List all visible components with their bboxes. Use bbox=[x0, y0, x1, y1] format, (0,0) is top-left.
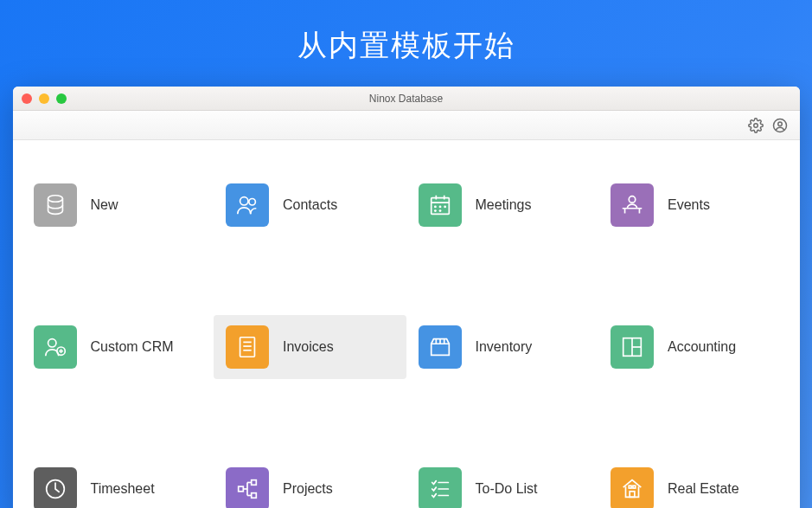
template-tile-events[interactable]: Events bbox=[598, 173, 791, 237]
svg-rect-20 bbox=[240, 338, 255, 357]
svg-rect-39 bbox=[633, 485, 636, 488]
template-label: Timesheet bbox=[91, 481, 155, 497]
user-icon[interactable] bbox=[772, 118, 788, 133]
layout-icon bbox=[611, 325, 654, 369]
titlebar: Ninox Database bbox=[13, 87, 800, 111]
template-label: Accounting bbox=[668, 339, 736, 355]
template-label: To-Do List bbox=[476, 481, 538, 497]
checklist-icon bbox=[419, 467, 462, 508]
template-label: New bbox=[91, 197, 118, 213]
svg-rect-31 bbox=[239, 486, 244, 492]
template-tile-invoices[interactable]: Invoices bbox=[214, 315, 406, 379]
svg-point-15 bbox=[629, 196, 636, 203]
template-tile-custom-crm[interactable]: Custom CRM bbox=[22, 315, 214, 379]
page-title: 从内置模板开始 bbox=[0, 0, 812, 87]
template-tile-timesheet[interactable]: Timesheet bbox=[22, 457, 214, 508]
svg-point-2 bbox=[777, 121, 782, 125]
people-plus-icon bbox=[34, 325, 77, 369]
svg-rect-38 bbox=[629, 485, 631, 488]
svg-rect-33 bbox=[252, 493, 257, 498]
minimize-window-button[interactable] bbox=[39, 93, 49, 104]
svg-point-5 bbox=[249, 199, 256, 206]
template-label: Invoices bbox=[283, 339, 334, 355]
sitemap-icon bbox=[226, 467, 269, 508]
close-window-button[interactable] bbox=[22, 93, 32, 104]
people-icon bbox=[226, 183, 269, 227]
template-tile-real-estate[interactable]: Real Estate bbox=[598, 457, 791, 508]
template-label: Meetings bbox=[476, 197, 532, 213]
template-tile-projects[interactable]: Projects bbox=[214, 457, 406, 508]
svg-point-16 bbox=[48, 339, 55, 347]
database-icon bbox=[34, 183, 77, 227]
template-grid: NewContactsMeetingsEventsCustom CRMInvoi… bbox=[22, 173, 791, 508]
document-icon bbox=[226, 325, 269, 369]
template-label: Real Estate bbox=[668, 481, 739, 497]
zoom-window-button[interactable] bbox=[56, 93, 67, 104]
house-icon bbox=[611, 467, 654, 508]
template-tile-todo-list[interactable]: To-Do List bbox=[406, 457, 599, 508]
template-grid-container: NewContactsMeetingsEventsCustom CRMInvoi… bbox=[13, 140, 800, 508]
template-tile-inventory[interactable]: Inventory bbox=[406, 315, 599, 379]
toolbar bbox=[13, 111, 800, 140]
svg-point-0 bbox=[753, 123, 758, 127]
box-icon bbox=[419, 325, 462, 369]
app-window: Ninox Database NewContactsMeetingsEvents… bbox=[13, 87, 800, 508]
svg-rect-37 bbox=[630, 492, 635, 498]
template-label: Inventory bbox=[476, 339, 533, 355]
clock-icon bbox=[34, 467, 77, 508]
template-tile-new[interactable]: New bbox=[22, 173, 214, 237]
template-tile-contacts[interactable]: Contacts bbox=[214, 173, 406, 237]
svg-point-4 bbox=[240, 197, 248, 205]
template-tile-accounting[interactable]: Accounting bbox=[598, 315, 791, 379]
window-title: Ninox Database bbox=[13, 93, 800, 105]
calendar-icon bbox=[419, 183, 462, 227]
template-tile-meetings[interactable]: Meetings bbox=[406, 173, 599, 237]
svg-rect-32 bbox=[252, 480, 257, 485]
person-desk-icon bbox=[611, 183, 654, 227]
template-label: Custom CRM bbox=[91, 339, 174, 355]
template-label: Events bbox=[668, 197, 710, 213]
template-label: Contacts bbox=[283, 197, 337, 213]
template-label: Projects bbox=[283, 481, 333, 497]
gear-icon[interactable] bbox=[748, 118, 764, 133]
svg-point-3 bbox=[48, 196, 62, 203]
traffic-lights bbox=[22, 93, 67, 104]
